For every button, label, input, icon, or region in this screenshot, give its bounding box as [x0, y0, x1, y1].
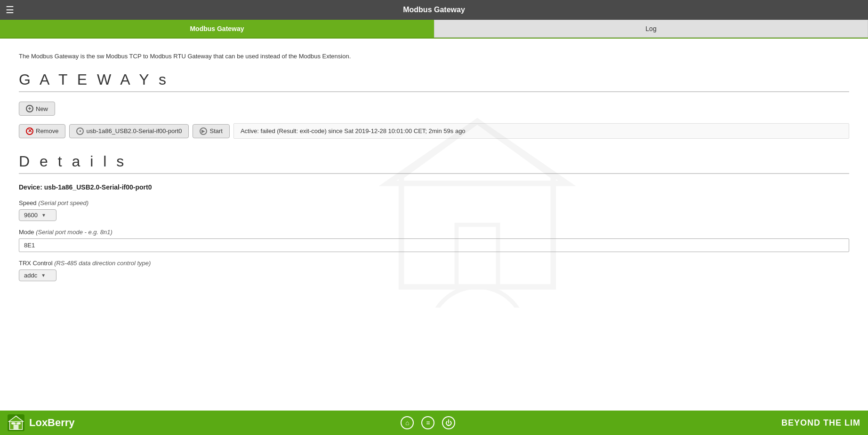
svg-rect-11 [14, 425, 19, 430]
menu-icon[interactable]: ☰ [6, 4, 14, 16]
tab-modbus-gateway[interactable]: Modbus Gateway [0, 20, 434, 38]
trx-select[interactable]: addc ▼ [19, 269, 56, 281]
tab-log[interactable]: Log [434, 20, 868, 38]
tab-bar: Modbus Gateway Log [0, 20, 868, 39]
speed-select[interactable]: 9600 ▼ [19, 209, 56, 221]
page-title: Modbus Gateway [403, 6, 465, 14]
main-content: The Modbus Gateway is the sw Modbus TCP … [0, 39, 868, 411]
footer-left: LoxBerry [8, 414, 75, 431]
loxberry-logo-icon [8, 414, 24, 431]
home-icon: ⌂ [405, 419, 409, 427]
start-button[interactable]: ▶ Start [193, 124, 229, 138]
details-section: D e t a i l s Device: usb-1a86_USB2.0-Se… [19, 153, 849, 281]
svg-rect-13 [17, 422, 21, 425]
chevron-down-icon: ▼ [41, 213, 46, 218]
device-icon: ● [76, 127, 84, 135]
home-button[interactable]: ⌂ [401, 416, 414, 429]
new-btn-row: + New [19, 102, 849, 116]
remove-button[interactable]: ✕ Remove [19, 124, 65, 138]
play-icon: ▶ [200, 127, 207, 135]
new-button[interactable]: + New [19, 102, 55, 116]
status-text: Active: failed (Result: exit-code) since… [233, 123, 849, 139]
trx-chevron-icon: ▼ [41, 273, 46, 278]
device-button[interactable]: ● usb-1a86_USB2.0-Serial-if00-port0 [69, 124, 189, 138]
mode-input[interactable] [19, 238, 849, 252]
device-label: Device: usb-1a86_USB2.0-Serial-if00-port… [19, 183, 849, 191]
speed-field-group: Speed (Serial port speed) 9600 ▼ [19, 199, 849, 221]
mode-label: Mode (Serial port mode - e.g. 8n1) [19, 229, 849, 236]
menu-button[interactable]: ≡ [421, 416, 434, 429]
footer: LoxBerry ⌂ ≡ ⏻ BEYOND THE LIM [0, 411, 868, 435]
footer-menu-icon: ≡ [426, 419, 430, 427]
remove-icon: ✕ [26, 127, 33, 135]
svg-point-3 [429, 287, 526, 308]
svg-rect-12 [11, 422, 15, 425]
speed-label: Speed (Serial port speed) [19, 199, 849, 206]
plus-icon: + [26, 105, 33, 112]
power-button[interactable]: ⏻ [442, 416, 455, 429]
top-header: ☰ Modbus Gateway [0, 0, 868, 20]
trx-field-group: TRX Control (RS-485 data direction contr… [19, 260, 849, 281]
power-icon: ⏻ [445, 419, 452, 427]
footer-center: ⌂ ≡ ⏻ [401, 416, 455, 429]
details-section-title: D e t a i l s [19, 153, 849, 174]
gateway-row: ✕ Remove ● usb-1a86_USB2.0-Serial-if00-p… [19, 123, 849, 139]
footer-right: BEYOND THE LIM [781, 418, 860, 428]
description-text: The Modbus Gateway is the sw Modbus TCP … [19, 53, 849, 60]
footer-brand: LoxBerry [29, 417, 75, 429]
gateways-section-title: G A T E W A Y s [19, 71, 849, 92]
trx-label: TRX Control (RS-485 data direction contr… [19, 260, 849, 267]
mode-field-group: Mode (Serial port mode - e.g. 8n1) [19, 229, 849, 252]
